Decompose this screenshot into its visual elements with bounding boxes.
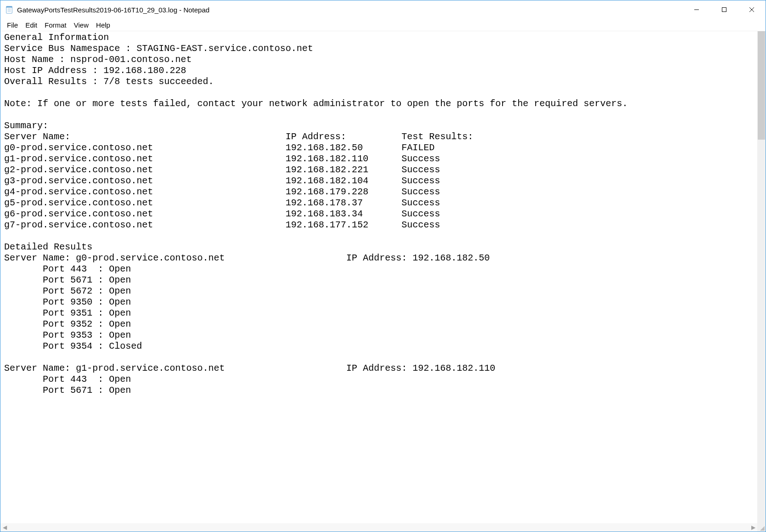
menu-view[interactable]: View	[70, 20, 92, 30]
window-title: GatewayPortsTestResults2019-06-16T10_29_…	[17, 6, 210, 14]
horizontal-scrollbar[interactable]: ◀ ▶	[0, 523, 757, 532]
scroll-right-icon[interactable]: ▶	[749, 523, 757, 532]
close-button[interactable]	[738, 0, 766, 19]
svg-rect-1	[6, 6, 12, 8]
text-content[interactable]: General Information Service Bus Namespac…	[0, 31, 757, 523]
menu-edit[interactable]: Edit	[22, 20, 41, 30]
vertical-scroll-thumb[interactable]	[758, 31, 765, 140]
notepad-window: GatewayPortsTestResults2019-06-16T10_29_…	[0, 0, 766, 532]
menu-bar: File Edit Format View Help	[0, 19, 766, 31]
title-bar[interactable]: GatewayPortsTestResults2019-06-16T10_29_…	[0, 0, 766, 19]
menu-format[interactable]: Format	[41, 20, 70, 30]
resize-grip-icon[interactable]	[757, 523, 766, 532]
text-area-wrapper: General Information Service Bus Namespac…	[0, 31, 766, 532]
minimize-button[interactable]	[683, 0, 710, 19]
vertical-scrollbar[interactable]	[757, 31, 766, 523]
window-controls	[683, 0, 766, 19]
svg-rect-6	[722, 8, 726, 12]
client-area: General Information Service Bus Namespac…	[0, 31, 766, 532]
menu-file[interactable]: File	[3, 20, 22, 30]
notepad-icon	[5, 6, 13, 14]
menu-help[interactable]: Help	[92, 20, 114, 30]
scroll-left-icon[interactable]: ◀	[0, 523, 9, 532]
maximize-button[interactable]	[710, 0, 738, 19]
